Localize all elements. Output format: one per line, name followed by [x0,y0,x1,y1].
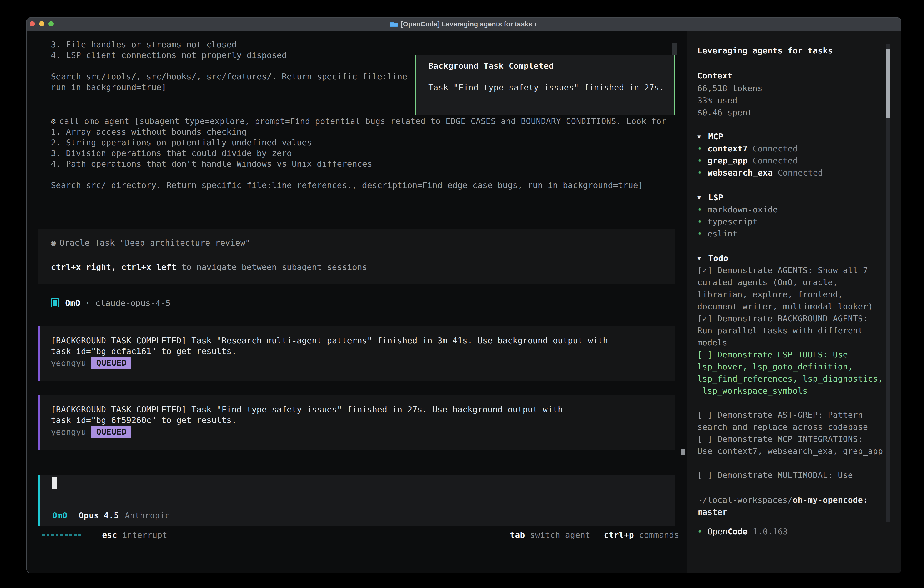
window-title: [OpenCode] Leveraging agents for tasks ◐ [401,20,538,28]
tool-call-detail: 1. Array access without bounds checking … [51,126,643,190]
task-user: yeongyu [51,426,86,437]
todo-heading: Todo [708,252,728,264]
lsp-item-name: markdown-oxide [708,203,778,216]
input-provider-label: Anthropic [125,510,170,521]
input-agent-label: OmO [52,510,67,521]
version-line: • Open Code 1.0.163 [697,525,788,537]
background-task-message: [BACKGROUND TASK COMPLETED] Task "Resear… [38,326,675,381]
ctrlp-key-label: commands [639,530,679,540]
folder-icon [389,21,398,27]
green-dot-icon: • [697,167,708,179]
toast-title: Background Task Completed [428,61,554,71]
mcp-item-name: grep_app [708,155,748,167]
agent-model: · claude-opus-4-5 [85,297,170,308]
esc-key-hint: esc [102,530,117,540]
workspace-path: ~/local-workspaces/ oh-my-opencode: [697,494,868,506]
todo-section-header[interactable]: ▼ Todo [697,252,728,264]
zoom-button[interactable] [48,21,54,26]
mcp-item: • grep_app Connected [697,155,798,167]
main-scrollbar-thumb[interactable] [672,43,677,55]
chevron-down-icon: ▼ [697,194,708,201]
tab-key-label: switch agent [530,530,590,540]
mcp-item: • websearch_exa Connected [697,167,823,179]
mcp-item: • context7 Connected [697,142,798,155]
minimize-button[interactable] [39,21,45,26]
mcp-item-status: Connected [778,167,823,179]
app-name: Open [708,525,728,537]
green-dot-icon: • [697,203,708,216]
lsp-heading: LSP [708,192,723,203]
lsp-item-name: typescript [708,216,758,228]
session-title: Leveraging agents for tasks [697,45,833,56]
oracle-hint-text: to navigate between subagent sessions [177,262,367,273]
git-branch: master [697,506,727,518]
screenshot-stage: [OpenCode] Leveraging agents for tasks ◐… [0,0,924,588]
green-dot-icon: • [697,216,708,228]
app-name-bold: Code [728,525,747,537]
text-cursor [52,477,57,489]
toast-body: Task "Find type safety issues" finished … [428,82,664,93]
agent-header-line: OmO · claude-opus-4-5 [51,297,171,308]
context-spent: $0.46 spent [697,106,752,119]
workspace-path-repo: oh-my-opencode: [793,494,868,506]
background-task-text: [BACKGROUND TASK COMPLETED] Task "Resear… [51,335,608,357]
oracle-task-panel: ◉ Oracle Task "Deep architecture review"… [38,229,675,284]
scrollback-text: 3. File handles or streams not closed 4.… [51,39,407,92]
esc-key-label: interrupt [122,530,167,540]
app-version: 1.0.163 [753,525,788,537]
chevron-down-icon: ▼ [697,255,708,262]
gear-icon: ⚙ [51,116,56,126]
lsp-item: • typescript [697,216,758,228]
workspace-path-prefix: ~/local-workspaces/ [697,494,793,506]
context-tokens: 66,518 tokens [697,82,762,94]
background-task-toast: Background Task Completed Task "Find typ… [415,56,675,115]
lsp-item: • markdown-oxide [697,203,778,216]
green-dot-icon: • [697,525,708,537]
agent-name: OmO [65,297,80,308]
input-model-label: Opus 4.5 [79,510,119,521]
mcp-item-status: Connected [753,142,798,155]
background-task-message: [BACKGROUND TASK COMPLETED] Task "Find t… [38,395,675,449]
background-task-text: [BACKGROUND TASK COMPLETED] Task "Find t… [51,404,563,425]
status-badge: QUEUED [91,426,131,438]
mcp-item-name: websearch_exa [708,167,773,179]
spinner-dots-icon [42,533,81,537]
green-dot-icon: • [697,155,708,167]
context-used: 33% used [697,94,738,106]
mcp-item-name: context7 [708,142,748,155]
mcp-section-header[interactable]: ▼ MCP [697,130,723,142]
status-bar: esc interrupt tab switch agent ctrl+p co… [42,530,679,540]
todo-done-items: [✓] Demonstrate AGENTS: Show all 7 curat… [697,264,873,349]
green-dot-icon: • [697,228,708,239]
mcp-item-status: Connected [753,155,798,167]
todo-pending-items: [ ] Demonstrate MULTIMODAL: Use [697,469,853,481]
record-circle-icon: ◉ [51,237,56,248]
mcp-heading: MCP [708,130,723,142]
lsp-section-header[interactable]: ▼ LSP [697,192,723,203]
context-heading: Context [697,70,733,81]
todo-pending-items: [ ] Demonstrate AST-GREP: Pattern search… [697,409,883,457]
conversation-pane: 3. File handles or streams not closed 4.… [26,31,687,573]
lsp-item-name: eslint [708,228,738,239]
window-titlebar: [OpenCode] Leveraging agents for tasks ◐ [26,18,901,31]
window-content: 3. File handles or streams not closed 4.… [26,31,901,573]
sidebar-scrollbar-thumb[interactable] [886,50,890,117]
main-scrollbar-thumb[interactable] [681,449,685,455]
green-dot-icon: • [697,142,708,155]
lsp-item: • eslint [697,228,738,239]
tab-key-hint: tab [510,530,525,540]
tool-call-text: call_omo_agent [subagent_type=explore, p… [59,116,667,126]
session-sidebar: Leveraging agents for tasks Context 66,5… [687,31,901,573]
prompt-input[interactable]: OmO Opus 4.5 Anthropic [38,474,675,526]
chevron-down-icon: ▼ [697,133,708,140]
ctrlp-key-hint: ctrl+p [604,530,634,540]
opencode-terminal-window: [OpenCode] Leveraging agents for tasks ◐… [26,17,901,573]
status-badge: QUEUED [91,357,131,369]
oracle-hint-keys: ctrl+x right, ctrl+x left [51,262,177,273]
todo-active-item: [ ] Demonstrate LSP TOOLS: Use lsp_hover… [697,349,883,397]
omo-agent-icon [51,298,59,307]
oracle-task-title: Oracle Task "Deep architecture review" [59,237,250,248]
task-user: yeongyu [51,358,86,368]
tool-call-line: ⚙ call_omo_agent [subagent_type=explore,… [51,116,667,126]
close-button[interactable] [30,21,35,26]
